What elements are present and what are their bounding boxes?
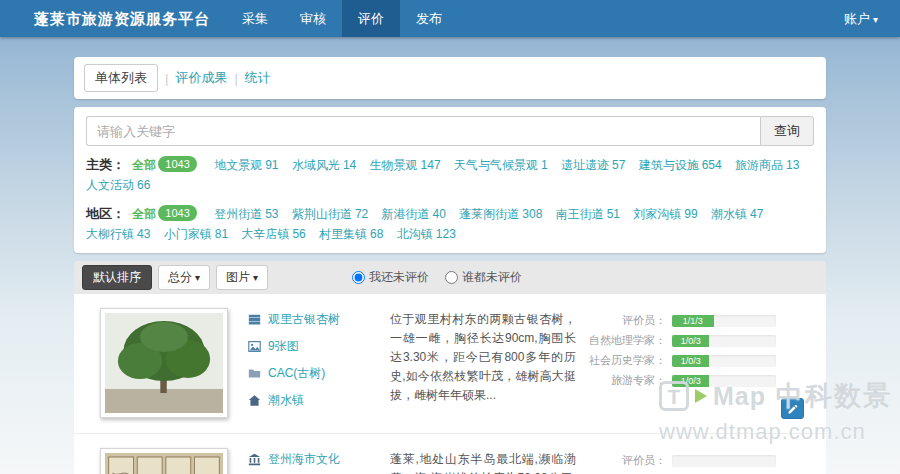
radio-input-my-unevaluated[interactable] — [352, 271, 365, 284]
tab-evaluation-results[interactable]: 评价成果 — [175, 69, 227, 87]
category-filter-row: 主类： 全部1043 地文景观91 水域风光14 生物景观147 天气与气候景观… — [86, 155, 814, 195]
account-menu[interactable]: 账户▾ — [822, 0, 900, 37]
filter-link[interactable]: 人文活动66 — [86, 178, 150, 192]
top-navbar: 蓬莱市旅游资源服务平台 采集 审核 评价 发布 账户▾ — [0, 0, 900, 37]
rating-role-label: 社会历史学家： — [576, 353, 666, 368]
radio-nobody-evaluated[interactable]: 谁都未评价 — [445, 269, 522, 286]
radio-my-unevaluated[interactable]: 我还未评价 — [352, 269, 429, 286]
evaluation-filter-radios: 我还未评价 谁都未评价 — [352, 269, 522, 286]
search-input[interactable] — [86, 116, 760, 146]
filter-link[interactable]: 地文景观91 — [214, 158, 278, 172]
search-filter-panel: 查询 主类： 全部1043 地文景观91 水域风光14 生物景观147 天气与气… — [74, 107, 826, 253]
filter-link[interactable]: 刘家沟镇99 — [633, 207, 697, 221]
rating-progress-bar: 1/0/3 — [672, 355, 776, 367]
resource-description: 位于观里村村东的两颗古银杏树，一雄一雌，胸径长达90cm,胸围长达3.30米，距… — [390, 308, 576, 419]
rating-progress-bar: 1/1/3 — [672, 315, 776, 327]
region-all-count-badge[interactable]: 1043 — [158, 205, 196, 221]
nav-item-collect[interactable]: 采集 — [226, 0, 284, 37]
rating-role-label: 自然地理学家： — [576, 333, 666, 348]
resource-name-link[interactable]: 登州海市文化 — [268, 451, 340, 468]
filter-link[interactable]: 水域风光14 — [292, 158, 356, 172]
resource-photo-ginkgo[interactable] — [100, 308, 228, 418]
rating-role-label: 评价员： — [576, 453, 666, 468]
resource-description: 蓬莱,地处山东半岛最北端,濒临渤黄二海,海岸线总长度为59.26公里,依山傍水,… — [390, 448, 576, 474]
category-link[interactable]: CAC(古树) — [268, 365, 325, 382]
nav-item-publish[interactable]: 发布 — [400, 0, 458, 37]
nav-item-evaluate[interactable]: 评价 — [342, 0, 400, 37]
filter-link[interactable]: 大柳行镇43 — [86, 227, 150, 241]
evaluate-button[interactable] — [781, 398, 804, 419]
account-label: 账户 — [844, 11, 870, 26]
home-icon — [246, 394, 262, 407]
nav-item-review[interactable]: 审核 — [284, 0, 342, 37]
view-tabs-panel: 单体列表 | 评价成果 | 统计 — [74, 57, 826, 99]
rating-summary: 评价员： 1/1/3 自然地理学家： 1/0/3 社会历史学家： 1/0/3 旅… — [576, 308, 788, 419]
rating-role-label: 旅游专家： — [576, 373, 666, 388]
resource-details: 登州海市文化 3张图 HBB(文学艺术作品) 蓬莱阁街道 — [246, 448, 386, 474]
category-all-link[interactable]: 全部 — [132, 158, 156, 172]
caret-down-icon: ▾ — [253, 272, 258, 283]
rating-progress-bar: 1/0/3 — [672, 375, 776, 387]
region-filter-row: 地区： 全部1043 登州街道53 紫荆山街道72 新港街道40 蓬莱阁街道30… — [86, 204, 814, 244]
filter-link[interactable]: 紫荆山街道72 — [292, 207, 368, 221]
search-group: 查询 — [86, 116, 814, 146]
filter-link[interactable]: 南王街道51 — [556, 207, 620, 221]
rating-role-label: 评价员： — [576, 313, 666, 328]
resource-list-item: 观里古银杏树 9张图 CAC(古树) 潮水镇 位于观里村村东的 — [74, 294, 826, 434]
resource-details: 观里古银杏树 9张图 CAC(古树) 潮水镇 — [246, 308, 386, 419]
filter-link[interactable]: 小门家镇81 — [164, 227, 228, 241]
rating-progress-bar — [672, 455, 776, 467]
app-screen: 蓬莱市旅游资源服务平台 采集 审核 评价 发布 账户▾ 单体列表 | 评价成果 … — [0, 0, 900, 474]
radio-input-nobody-evaluated[interactable] — [445, 271, 458, 284]
rating-progress-fill: 1/0/3 — [672, 355, 709, 367]
sort-toolbar: 默认排序 总分▾ 图片▾ 我还未评价 谁都未评价 — [74, 261, 826, 294]
region-link[interactable]: 潮水镇 — [268, 392, 304, 409]
resource-photo-painting[interactable] — [100, 448, 228, 474]
filter-link[interactable]: 遗址遗迹57 — [561, 158, 625, 172]
pencil-icon — [787, 403, 799, 415]
filter-link[interactable]: 村里集镇68 — [319, 227, 383, 241]
ancient-painting-image — [105, 453, 223, 474]
filter-link[interactable]: 建筑与设施654 — [639, 158, 722, 172]
filter-link[interactable]: 新港街道40 — [382, 207, 446, 221]
bank-icon — [246, 453, 262, 466]
filter-link[interactable]: 旅游商品13 — [735, 158, 799, 172]
resource-name-link[interactable]: 观里古银杏树 — [268, 311, 340, 328]
caret-down-icon: ▾ — [195, 272, 200, 283]
filter-link[interactable]: 大辛店镇56 — [241, 227, 305, 241]
folder-icon — [246, 367, 262, 380]
rating-progress-fill: 1/0/3 — [672, 375, 709, 387]
rating-progress-fill: 1/0/3 — [672, 335, 709, 347]
rating-summary: 评价员： 自然地理学家： 社会历史学家： 旅游专家： 1/1/3 — [576, 448, 788, 474]
tab-separator: | — [234, 71, 237, 86]
filter-link[interactable]: 登州街道53 — [214, 207, 278, 221]
filter-link[interactable]: 天气与气候景观1 — [454, 158, 548, 172]
tab-single-list[interactable]: 单体列表 — [84, 64, 158, 92]
filter-link[interactable]: 北沟镇123 — [397, 227, 456, 241]
default-sort-button[interactable]: 默认排序 — [82, 265, 152, 290]
tab-statistics[interactable]: 统计 — [245, 69, 271, 87]
ginkgo-tree-image — [105, 313, 223, 413]
images-icon — [246, 340, 262, 353]
filter-link[interactable]: 蓬莱阁街道308 — [459, 207, 542, 221]
caret-down-icon: ▾ — [873, 14, 878, 25]
filter-link[interactable]: 生物景观147 — [370, 158, 441, 172]
list-icon — [246, 313, 262, 326]
resource-list: 观里古银杏树 9张图 CAC(古树) 潮水镇 位于观里村村东的 — [74, 294, 826, 474]
category-all-count-badge[interactable]: 1043 — [158, 156, 196, 172]
tab-separator: | — [165, 71, 168, 86]
image-count-link[interactable]: 9张图 — [268, 338, 299, 355]
platform-title[interactable]: 蓬莱市旅游资源服务平台 — [0, 0, 226, 37]
region-all-link[interactable]: 全部 — [132, 207, 156, 221]
region-filter-label: 地区： — [86, 206, 125, 221]
category-filter-label: 主类： — [86, 157, 125, 172]
image-sort-dropdown[interactable]: 图片▾ — [216, 265, 268, 290]
search-button[interactable]: 查询 — [760, 116, 814, 146]
resource-list-item: 登州海市文化 3张图 HBB(文学艺术作品) 蓬莱阁街道 蓬莱 — [74, 434, 826, 474]
rating-progress-bar: 1/0/3 — [672, 335, 776, 347]
rating-progress-fill: 1/1/3 — [672, 315, 714, 327]
filter-link[interactable]: 潮水镇47 — [711, 207, 763, 221]
score-sort-dropdown[interactable]: 总分▾ — [158, 265, 210, 290]
